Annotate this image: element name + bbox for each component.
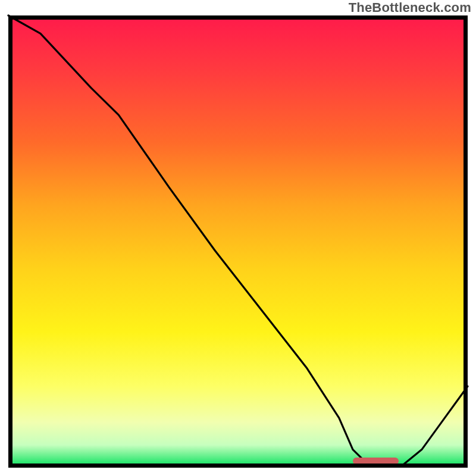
bottleneck-curve bbox=[8, 15, 468, 465]
watermark-text: TheBottleneck.com bbox=[349, 0, 471, 15]
optimal-range-bar bbox=[353, 458, 399, 465]
plot-area bbox=[8, 15, 468, 468]
chart-svg bbox=[8, 15, 468, 468]
